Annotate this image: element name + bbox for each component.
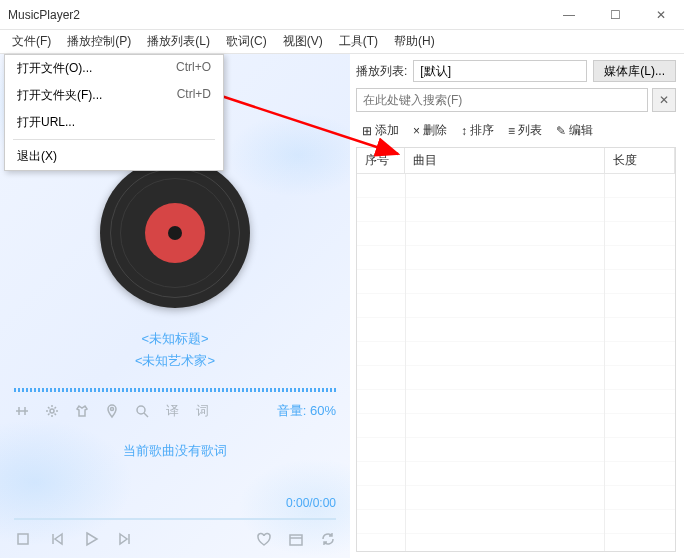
close-button[interactable]: ✕ bbox=[638, 0, 684, 30]
menu-open-file-shortcut: Ctrl+O bbox=[176, 60, 211, 77]
stop-button[interactable] bbox=[14, 530, 32, 548]
menu-lyrics[interactable]: 歌词(C) bbox=[218, 30, 275, 53]
menu-open-folder[interactable]: 打开文件夹(F)... Ctrl+D bbox=[5, 82, 223, 109]
disc-hole bbox=[168, 226, 182, 240]
lyric-button[interactable]: 词 bbox=[194, 403, 210, 419]
minimize-button[interactable]: — bbox=[546, 0, 592, 30]
menu-open-url-label: 打开URL... bbox=[17, 114, 75, 131]
delete-icon: × bbox=[413, 124, 420, 138]
menu-playlist[interactable]: 播放列表(L) bbox=[139, 30, 218, 53]
column-index[interactable]: 序号 bbox=[357, 148, 405, 173]
delete-action[interactable]: ×删除 bbox=[413, 122, 447, 139]
menu-exit[interactable]: 退出(X) bbox=[5, 143, 223, 170]
svg-point-2 bbox=[50, 409, 54, 413]
menu-open-folder-shortcut: Ctrl+D bbox=[177, 87, 211, 104]
menu-open-file[interactable]: 打开文件(O)... Ctrl+O bbox=[5, 55, 223, 82]
vinyl-disc-icon bbox=[100, 158, 250, 308]
menu-play-control[interactable]: 播放控制(P) bbox=[59, 30, 139, 53]
repeat-icon[interactable] bbox=[320, 531, 336, 547]
window-title: MusicPlayer2 bbox=[8, 8, 546, 22]
svg-rect-5 bbox=[18, 534, 28, 544]
location-icon[interactable] bbox=[104, 403, 120, 419]
disc-label bbox=[145, 203, 205, 263]
right-panel: 播放列表: [默认] 媒体库(L)... ✕ ⊞添加 ×删除 ↕排序 ≡列表 ✎… bbox=[350, 54, 684, 558]
menubar: 文件(F) 播放控制(P) 播放列表(L) 歌词(C) 视图(V) 工具(T) … bbox=[0, 30, 684, 54]
window-buttons: — ☐ ✕ bbox=[546, 0, 684, 30]
menu-open-url[interactable]: 打开URL... bbox=[5, 109, 223, 136]
edit-icon: ✎ bbox=[556, 124, 566, 138]
table-header: 序号 曲目 长度 bbox=[357, 148, 675, 174]
clear-search-button[interactable]: ✕ bbox=[652, 88, 676, 112]
menu-tools[interactable]: 工具(T) bbox=[331, 30, 386, 53]
toolbar: 译 词 音量: 60% bbox=[14, 402, 336, 420]
sort-action[interactable]: ↕排序 bbox=[461, 122, 494, 139]
svg-rect-6 bbox=[290, 535, 302, 545]
album-art-area bbox=[14, 158, 336, 308]
play-button[interactable] bbox=[82, 530, 100, 548]
playlist-actions: ⊞添加 ×删除 ↕排序 ≡列表 ✎编辑 bbox=[356, 118, 676, 143]
menu-open-file-label: 打开文件(O)... bbox=[17, 60, 92, 77]
add-icon: ⊞ bbox=[362, 124, 372, 138]
menu-view[interactable]: 视图(V) bbox=[275, 30, 331, 53]
menu-separator bbox=[13, 139, 215, 140]
column-length[interactable]: 长度 bbox=[605, 148, 675, 173]
playlist-table: 序号 曲目 长度 bbox=[356, 147, 676, 552]
search-row: ✕ bbox=[356, 88, 676, 112]
search-icon[interactable] bbox=[134, 403, 150, 419]
divider bbox=[14, 388, 336, 392]
playlist-label: 播放列表: bbox=[356, 63, 407, 80]
next-button[interactable] bbox=[116, 530, 134, 548]
track-info: <未知标题> <未知艺术家> bbox=[14, 326, 336, 374]
playback-controls bbox=[14, 530, 336, 548]
lyrics-display: 当前歌曲没有歌词 bbox=[14, 442, 336, 460]
edit-action[interactable]: ✎编辑 bbox=[556, 122, 593, 139]
playlist-select[interactable]: [默认] bbox=[413, 60, 587, 82]
search-input[interactable] bbox=[356, 88, 648, 112]
volume-display[interactable]: 音量: 60% bbox=[277, 402, 336, 420]
file-dropdown-menu: 打开文件(O)... Ctrl+O 打开文件夹(F)... Ctrl+D 打开U… bbox=[4, 54, 224, 171]
favorite-icon[interactable] bbox=[256, 531, 272, 547]
shirt-icon[interactable] bbox=[74, 403, 90, 419]
time-display: 0:00/0:00 bbox=[286, 496, 336, 510]
equalizer-icon[interactable] bbox=[14, 403, 30, 419]
table-body bbox=[357, 174, 675, 552]
playbar: 0:00/0:00 bbox=[0, 486, 350, 558]
translate-button[interactable]: 译 bbox=[164, 403, 180, 419]
titlebar: MusicPlayer2 — ☐ ✕ bbox=[0, 0, 684, 30]
library-icon[interactable] bbox=[288, 531, 304, 547]
menu-open-folder-label: 打开文件夹(F)... bbox=[17, 87, 102, 104]
track-title: <未知标题> bbox=[14, 330, 336, 348]
progress-bar[interactable] bbox=[14, 518, 336, 520]
svg-point-3 bbox=[111, 408, 114, 411]
menu-exit-label: 退出(X) bbox=[17, 148, 57, 165]
svg-point-4 bbox=[137, 406, 145, 414]
menu-help[interactable]: 帮助(H) bbox=[386, 30, 443, 53]
list-icon: ≡ bbox=[508, 124, 515, 138]
settings-icon[interactable] bbox=[44, 403, 60, 419]
playlist-selector-row: 播放列表: [默认] 媒体库(L)... bbox=[356, 60, 676, 82]
maximize-button[interactable]: ☐ bbox=[592, 0, 638, 30]
menu-file[interactable]: 文件(F) bbox=[4, 30, 59, 53]
media-library-button[interactable]: 媒体库(L)... bbox=[593, 60, 676, 82]
list-action[interactable]: ≡列表 bbox=[508, 122, 542, 139]
sort-icon: ↕ bbox=[461, 124, 467, 138]
track-artist: <未知艺术家> bbox=[14, 352, 336, 370]
add-action[interactable]: ⊞添加 bbox=[362, 122, 399, 139]
previous-button[interactable] bbox=[48, 530, 66, 548]
column-track[interactable]: 曲目 bbox=[405, 148, 605, 173]
